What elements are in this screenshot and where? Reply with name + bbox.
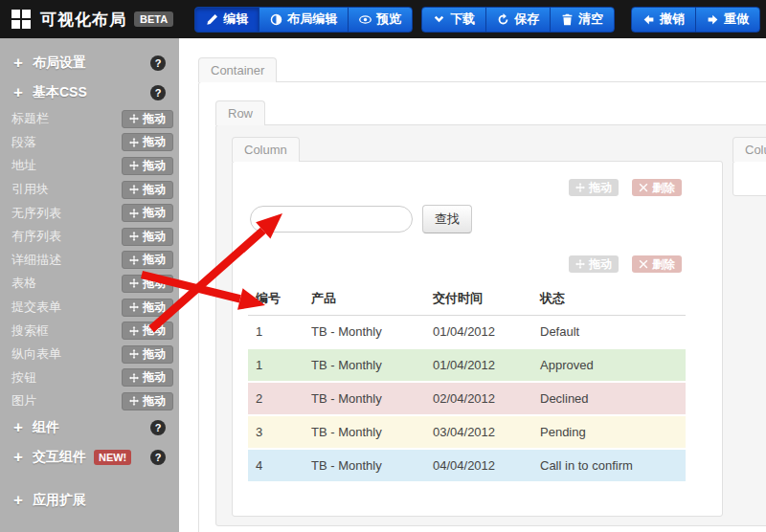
column-panel: Column 拖动 删除 查找 [232,161,723,517]
drag-button-label: 拖动 [143,322,166,339]
arrow-right-icon [707,13,719,26]
drag-button[interactable]: 拖动 [122,251,173,269]
help-icon[interactable]: ? [150,420,166,435]
sidebar-widget-item: 按钮拖动 [0,366,179,390]
table-header-cell: 状态 [532,282,686,316]
canvas-stage: Container Row Column 拖动 删除 查找 [179,38,766,532]
widget-item-label: 提交表单 [11,299,61,316]
move-icon [129,232,139,241]
help-icon[interactable]: ? [150,450,166,465]
row-tab[interactable]: Row [215,100,265,125]
sidebar-widget-item: 有序列表拖动 [0,225,179,249]
widget-item-label: 标题栏 [11,110,49,127]
sidebar-widget-item: 引用块拖动 [0,178,179,202]
widget-item-label: 地址 [11,157,36,174]
drag-button-label: 拖动 [143,369,166,386]
refresh-icon [497,13,509,26]
sidebar-section-label: 组件 [33,419,59,436]
table-row-success: 1TB - Monthly01/04/2012Approved [248,348,686,382]
toolbar: 编辑布局编辑预览下载保存清空撤销重做 [194,7,766,33]
table-row-info: 4TB - Monthly04/04/2012Call in to confir… [248,449,686,481]
sidebar-section-layout-settings[interactable]: +布局设置? [0,48,179,78]
column-tab[interactable]: Column [232,137,300,162]
drag-button[interactable]: 拖动 [122,157,173,175]
help-icon[interactable]: ? [150,85,166,100]
preview-button[interactable]: 预览 [348,7,413,33]
drag-button[interactable]: 拖动 [122,392,173,410]
sidebar-section-label: 布局设置 [33,55,86,72]
widget-delete-label: 删除 [652,256,675,273]
move-icon [129,373,139,383]
edit-icon [206,13,218,26]
sidebar-section-basic-css[interactable]: +基本CSS? [0,78,179,107]
drag-button[interactable]: 拖动 [122,368,173,387]
widget-drag-button[interactable]: 拖动 [569,179,619,196]
save-button[interactable]: 保存 [485,7,551,33]
drag-button-label: 拖动 [143,393,166,410]
sidebar-widget-item: 纵向表单拖动 [0,343,179,366]
plus-icon: + [13,418,23,437]
edit-button[interactable]: 编辑 [194,7,259,33]
sidebar-widget-item: 详细描述拖动 [0,249,179,273]
sidebar-section-interactive-components[interactable]: +交互组件NEW!? [0,443,179,473]
table-row-warning: 3TB - Monthly03/04/2012Pending [248,415,686,449]
widget-delete-button[interactable]: 删除 [632,255,682,273]
table-header-cell: 编号 [248,282,304,316]
table-header-cell: 产品 [304,282,425,316]
drag-button[interactable]: 拖动 [122,228,173,246]
redo-button[interactable]: 重做 [695,7,760,33]
layout-edit-button[interactable]: 布局编辑 [259,7,349,33]
download-button[interactable]: 下载 [421,7,486,33]
drag-button[interactable]: 拖动 [122,299,173,317]
column-2-tab[interactable]: Column [732,137,766,162]
move-icon [129,255,139,265]
table-cell: 04/04/2012 [425,449,532,481]
plus-icon: + [13,491,23,510]
widget-item-label: 图片 [11,392,36,410]
delete-x-icon [639,183,648,192]
sidebar-widget-item: 地址拖动 [0,154,179,178]
container-tab[interactable]: Container [198,57,277,82]
drag-button[interactable]: 拖动 [122,275,173,293]
widget-item-label: 详细描述 [11,252,61,269]
table-body: 1TB - Monthly01/04/2012Default1TB - Mont… [248,316,686,482]
toolbar-button-label: 布局编辑 [287,11,337,28]
table-cell: 2 [248,382,304,415]
drag-button[interactable]: 拖动 [122,133,173,151]
table-cell: Pending [532,415,686,449]
clear-button[interactable]: 清空 [550,7,615,33]
help-icon[interactable]: ? [150,55,166,71]
move-icon [129,138,139,147]
move-icon [575,259,585,269]
drag-button[interactable]: 拖动 [122,204,173,222]
widget-drag-label: 拖动 [589,180,612,196]
widget-drag-button[interactable]: 拖动 [569,255,619,273]
drag-button[interactable]: 拖动 [122,181,173,199]
drag-button[interactable]: 拖动 [122,110,173,128]
sidebar-section-label: 基本CSS [33,84,87,101]
move-icon [129,302,139,312]
sidebar-section-components[interactable]: +组件? [0,413,179,443]
plus-icon: + [13,83,23,102]
sidebar-widget-item: 提交表单拖动 [0,296,179,320]
plus-icon: + [13,448,23,467]
search-input[interactable] [250,206,413,233]
move-icon [129,185,139,194]
move-icon [129,349,139,359]
drag-button-label: 拖动 [143,276,166,292]
sidebar: +布局设置?+基本CSS?标题栏拖动段落拖动地址拖动引用块拖动无序列表拖动有序列… [0,38,179,532]
toolbar-button-label: 撤销 [660,11,685,28]
toolbar-group-3: 撤销重做 [631,7,760,33]
search-form: 查找 [250,205,722,233]
toolbar-button-label: 清空 [578,11,603,28]
drag-button[interactable]: 拖动 [122,345,173,364]
find-button[interactable]: 查找 [422,205,472,233]
sidebar-section-app-extensions[interactable]: +应用扩展 [0,486,179,516]
drag-button[interactable]: 拖动 [122,321,173,340]
widget-delete-button[interactable]: 删除 [632,179,682,196]
toolbar-button-label: 编辑 [223,11,248,28]
undo-button[interactable]: 撤销 [631,7,696,33]
widget-item-label: 引用块 [11,181,49,198]
move-icon [129,114,139,123]
drag-button-label: 拖动 [143,346,166,363]
